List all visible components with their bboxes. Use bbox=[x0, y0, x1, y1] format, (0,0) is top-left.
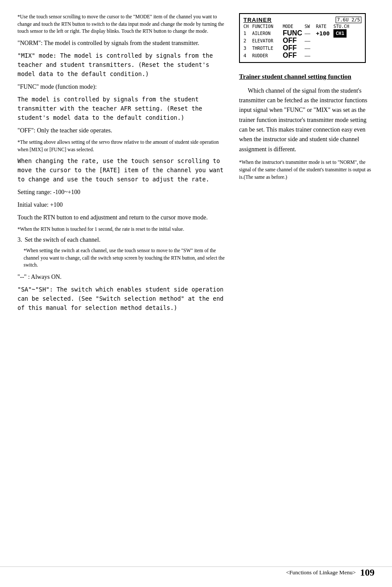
col-mode: MODE bbox=[283, 24, 304, 29]
initial-value: Initial value: +100 bbox=[17, 200, 226, 209]
func-heading: "FUNC" mode (function mode): bbox=[17, 82, 226, 91]
row1-stuch: CH1 bbox=[333, 31, 350, 36]
trainer-version: 7.6U 2/5 bbox=[336, 17, 361, 23]
right-column: TRAINER 7.6U 2/5 CH FUNCTION MODE SW RAT… bbox=[239, 13, 375, 316]
step-3: 3. Set the switch of each channel. bbox=[17, 236, 226, 243]
section-heading: Trainer student channel setting function bbox=[239, 72, 375, 82]
right-body1: Which channel of the signal from the stu… bbox=[239, 86, 375, 155]
step-3-number: 3. bbox=[17, 236, 22, 243]
norm-heading: "NORM": The model is controlled by signa… bbox=[17, 38, 226, 48]
row3-func: THROTTLE bbox=[252, 46, 282, 51]
trainer-row-4: 4 RUDDER OFF —— bbox=[243, 52, 361, 59]
rate-heading: When changing the rate, use the touch se… bbox=[17, 156, 226, 184]
row1-sw: —— bbox=[305, 31, 315, 36]
trainer-title: TRAINER bbox=[243, 17, 272, 23]
setting-range: Setting range: -100~+100 bbox=[17, 188, 226, 197]
row1-mode: FUNC bbox=[283, 30, 304, 37]
page-number: 109 bbox=[360, 567, 375, 578]
row1-rate: +100 bbox=[316, 30, 333, 37]
trainer-row-1: 1 AILERON FUNC —— +100 CH1 bbox=[243, 30, 361, 37]
row4-func: RUDDER bbox=[252, 53, 282, 58]
func-body: The model is controlled by signals from … bbox=[17, 95, 226, 122]
step-3-label: Set the switch of each channel. bbox=[25, 236, 101, 243]
row1-func: AILERON bbox=[252, 31, 282, 36]
col-sw: SW bbox=[305, 24, 315, 29]
intro-note: *Use the touch sensor scrolling to move … bbox=[17, 13, 226, 35]
row3-mode: OFF bbox=[283, 45, 304, 52]
row4-mode: OFF bbox=[283, 52, 304, 59]
row3-sw: —— bbox=[305, 45, 315, 51]
row2-ch: 2 bbox=[243, 38, 251, 44]
trainer-screen: TRAINER 7.6U 2/5 CH FUNCTION MODE SW RAT… bbox=[239, 13, 366, 63]
right-section: Trainer student channel setting function… bbox=[239, 72, 375, 181]
always-on: "--" : Always ON. bbox=[17, 272, 226, 281]
rtn-note1: Touch the RTN button to end adjustment a… bbox=[17, 213, 226, 222]
off-heading: "OFF": Only the teacher side operates. bbox=[17, 126, 226, 135]
col-ch: CH bbox=[243, 24, 251, 29]
trainer-row-3: 3 THROTTLE OFF —— bbox=[243, 45, 361, 52]
main-content: *Use the touch sensor scrolling to move … bbox=[17, 13, 375, 316]
row1-ch: 1 bbox=[243, 31, 251, 36]
off-note: *The setting above allows setting of the… bbox=[17, 139, 226, 153]
step3-note: *When setting the switch at each channel… bbox=[17, 247, 226, 269]
col-rate: RATE bbox=[316, 24, 333, 29]
sa-sh-heading: "SA"~"SH": The switch which enables stud… bbox=[17, 285, 226, 313]
row2-mode: OFF bbox=[283, 37, 304, 44]
right-note: *When the instructor's transmitter mode … bbox=[239, 159, 375, 181]
trainer-col-headers: CH FUNCTION MODE SW RATE STU.CH bbox=[243, 24, 361, 29]
rtn-note2: *When the RTN button is touched for 1 se… bbox=[17, 226, 226, 233]
left-column: *Use the touch sensor scrolling to move … bbox=[17, 13, 226, 316]
footer-label: <Functions of Linkage Menu> bbox=[286, 569, 356, 576]
row2-sw: —— bbox=[305, 38, 315, 44]
col-stuch: STU.CH bbox=[333, 24, 350, 29]
mix-heading: "MIX" mode: The model is controlled by s… bbox=[17, 51, 226, 79]
page-footer: <Functions of Linkage Menu> 109 bbox=[0, 566, 392, 578]
trainer-header: TRAINER 7.6U 2/5 bbox=[243, 17, 361, 23]
col-function: FUNCTION bbox=[252, 24, 282, 29]
page-container: *Use the touch sensor scrolling to move … bbox=[0, 0, 392, 587]
row4-ch: 4 bbox=[243, 53, 251, 59]
row3-ch: 3 bbox=[243, 45, 251, 51]
row4-sw: —— bbox=[305, 53, 315, 59]
trainer-row-2: 2 ELEVATOR OFF —— bbox=[243, 37, 361, 44]
row2-func: ELEVATOR bbox=[252, 38, 282, 43]
